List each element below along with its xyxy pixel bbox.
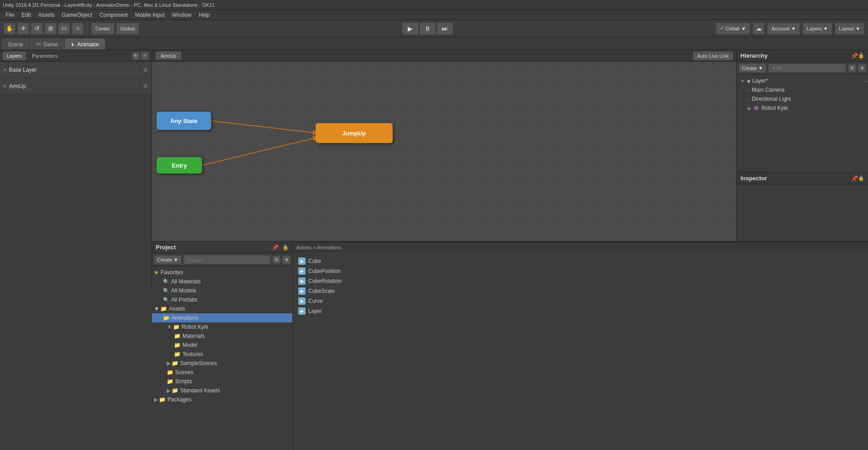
hierarchy-lock-icon[interactable]: 🔒 <box>858 53 864 59</box>
asset-cube[interactable]: ▶ Cube <box>296 256 864 266</box>
proj-sort-btn[interactable]: ⇅ <box>272 256 281 264</box>
robot-kyle-item[interactable]: ▼ 📁 Robot Kyle <box>152 322 292 331</box>
model-item[interactable]: 📁 Model <box>152 341 292 350</box>
account-btn[interactable]: Account ▼ <box>767 23 800 35</box>
tree-item-main-camera[interactable]: ○ Main Camera <box>737 85 868 94</box>
cube-position-label: CubePosition <box>308 268 340 274</box>
assets-root[interactable]: ▼ 📁 Assets <box>152 304 292 313</box>
project-create-btn[interactable]: Create ▼ <box>154 255 182 264</box>
materials-item[interactable]: 📁 Materials <box>152 331 292 341</box>
project-pin-icon[interactable]: 📌 <box>272 244 279 251</box>
assets-arrow-icon: ▼ <box>154 306 159 312</box>
hand-tool-btn[interactable]: ✋ <box>4 23 15 35</box>
textures-item[interactable]: 📁 Textures <box>152 350 292 359</box>
scenes-item[interactable]: 📁 Scenes <box>152 368 292 377</box>
all-models-item[interactable]: 🔍 All Models <box>152 286 292 295</box>
menu-edit[interactable]: Edit <box>18 12 35 18</box>
center-btn[interactable]: Center <box>91 23 114 35</box>
scripts-item[interactable]: 📁 Scripts <box>152 377 292 386</box>
asset-layer[interactable]: ▶ Layer <box>296 306 864 316</box>
auto-live-link-btn[interactable]: Auto Live Link <box>693 52 733 60</box>
play-btn[interactable]: ▶ <box>402 22 419 35</box>
light-circle-icon: ○ <box>748 97 750 102</box>
all-prefabs-item[interactable]: 🔍 All Prefabs <box>152 295 292 304</box>
menu-help[interactable]: Help <box>195 12 214 18</box>
armup-layer-item[interactable]: ≡ ArmUp ⚙ <box>0 78 152 94</box>
tab-scene[interactable]: Scene <box>2 39 29 49</box>
inspector-lock-icon[interactable]: 🔒 <box>858 175 864 181</box>
any-state-node[interactable]: Any State <box>157 112 211 130</box>
hierarchy-minus-icon: — <box>863 79 868 84</box>
standard-assets-item[interactable]: ▶ 📁 Standard Assets <box>152 386 292 395</box>
asset-cube-scale[interactable]: ▶ CubeScale <box>296 286 864 296</box>
entry-node[interactable]: Entry <box>157 157 202 173</box>
hier-filter-btn[interactable]: ★ <box>858 64 866 72</box>
rect-tool-btn[interactable]: ▭ <box>58 23 70 35</box>
packages-root[interactable]: ▶ 📁 Packages <box>152 395 292 404</box>
pause-btn[interactable]: ⏸ <box>419 22 436 35</box>
animator-armup-tab[interactable]: ArmUp <box>156 52 181 59</box>
menu-mobile-input[interactable]: Mobile Input <box>131 12 168 18</box>
asset-cube-rotation[interactable]: ▶ CubeRotation <box>296 276 864 286</box>
layers-tab[interactable]: Layers <box>3 52 26 60</box>
create-label: Create ▼ <box>742 65 763 71</box>
animator-tab-label: Animator <box>77 41 99 48</box>
custom-tool-btn[interactable]: ⊹ <box>72 23 84 35</box>
all-models-label: All Models <box>171 287 196 294</box>
scripts-folder-icon: 📁 <box>167 378 173 385</box>
tree-item-robot-kyle[interactable]: ▶ 👾 Robot Kyle <box>737 104 868 113</box>
cube-scale-asset-icon: ▶ <box>298 287 306 295</box>
animator-header: ArmUp Auto Live Link <box>152 50 736 62</box>
favorites-header[interactable]: ★ Favorites <box>152 268 292 277</box>
layer-asset-icon: ▶ <box>298 307 306 315</box>
collab-btn[interactable]: ✓ Collab ▼ <box>716 23 750 35</box>
project-assets-panel: Assets > Animations ▶ Cube ▶ CubePositio… <box>293 241 868 450</box>
armup-layer-gear-icon[interactable]: ⚙ <box>143 83 148 89</box>
menu-window[interactable]: Window <box>168 12 195 18</box>
project-lock-icon[interactable]: 🔒 <box>282 244 289 250</box>
base-layer-item[interactable]: ≡ Base Layer ⚙ <box>0 62 152 78</box>
all-materials-item[interactable]: 🔍 All Materials <box>152 277 292 286</box>
any-state-label: Any State <box>170 118 197 124</box>
base-layer-gear-icon[interactable]: ⚙ <box>143 67 148 73</box>
rotate-tool-btn[interactable]: ↺ <box>31 23 43 35</box>
all-materials-search-icon: 🔍 <box>163 279 169 285</box>
animator-tab-icon: ⏵ <box>71 42 75 47</box>
inspector-pin-icon[interactable]: 📌 <box>851 175 858 182</box>
hierarchy-pin-icon[interactable]: 📌 <box>851 53 858 59</box>
model-folder-icon: 📁 <box>174 342 181 348</box>
proj-filter-btn[interactable]: ★ <box>282 256 291 264</box>
inspector-title: Inspector <box>740 175 767 182</box>
base-layer-name: Base Layer <box>9 67 143 73</box>
layout-btn[interactable]: Layout ▼ <box>835 23 864 35</box>
hierarchy-create-btn[interactable]: Create ▼ <box>739 64 766 73</box>
menu-file[interactable]: File <box>2 12 18 18</box>
asset-curve[interactable]: ▶ Curve <box>296 296 864 306</box>
animations-item[interactable]: 📂 Animations <box>152 313 292 322</box>
step-btn[interactable]: ⏭ <box>437 22 453 35</box>
scale-tool-btn[interactable]: ⊞ <box>44 23 56 35</box>
asset-cube-position[interactable]: ▶ CubePosition <box>296 266 864 276</box>
project-search[interactable] <box>183 255 271 264</box>
menu-assets[interactable]: Assets <box>35 12 58 18</box>
move-tool-btn[interactable]: ✛ <box>17 23 29 35</box>
sample-scenes-item[interactable]: ▶ 📁 SampleScenes <box>152 359 292 368</box>
hierarchy-search[interactable] <box>768 64 846 73</box>
scenes-folder-icon: 📁 <box>167 369 173 376</box>
tab-animator[interactable]: ⏵ Animator <box>65 39 105 49</box>
cloud-btn[interactable]: ☁ <box>753 23 764 35</box>
tree-item-dir-light[interactable]: ○ Directional Light <box>737 94 868 104</box>
account-label: Account ▼ <box>771 26 796 31</box>
jumpup-node[interactable]: JumpUp <box>316 123 393 143</box>
parameters-tab[interactable]: Parameters <box>28 52 62 60</box>
hierarchy-header: Hierarchy 📌 🔒 <box>737 50 868 62</box>
hier-sort-btn[interactable]: ⇅ <box>848 64 856 72</box>
tab-game[interactable]: 🎮 Game <box>30 39 64 49</box>
add-layer-btn[interactable]: + <box>141 52 149 60</box>
menu-gameobject[interactable]: GameObject <box>58 12 96 18</box>
tree-item-layer[interactable]: ▼ ◈ Layer* — <box>737 76 868 85</box>
eye-icon-btn[interactable]: 👁 <box>132 52 140 60</box>
layers-btn[interactable]: Layers ▼ <box>803 23 832 35</box>
menu-component[interactable]: Component <box>96 12 131 18</box>
global-btn[interactable]: Global <box>116 23 139 35</box>
